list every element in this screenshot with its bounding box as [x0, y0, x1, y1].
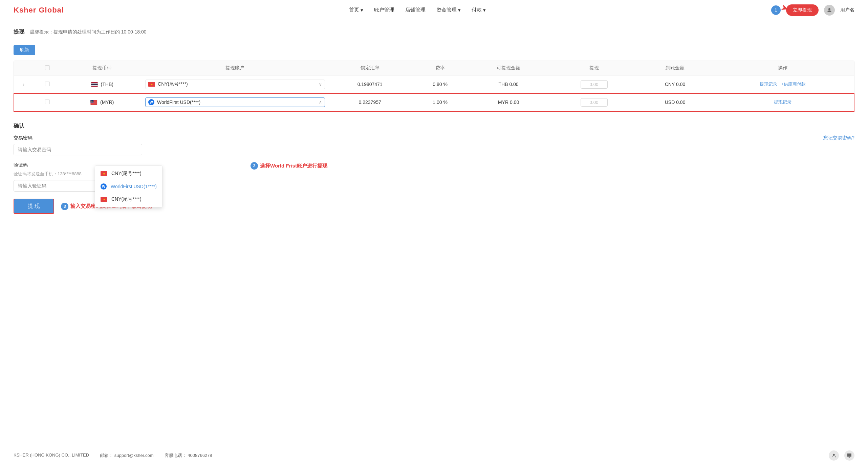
chevron-down-icon: ▾ [458, 7, 461, 13]
dropdown-item-wf[interactable]: W WorldFirst USD(1****) [95, 180, 162, 193]
select-all-checkbox[interactable] [45, 65, 50, 70]
row-withdraw-input[interactable] [549, 93, 639, 111]
table-row: › (THB) [14, 75, 854, 93]
nav-store[interactable]: 店铺管理 [405, 7, 426, 13]
footer-left: KSHER (HONG KONG) CO., LIMITED 邮箱： suppo… [14, 452, 212, 459]
chevron-down-icon: ▾ [483, 7, 486, 13]
transaction-pwd-label: 交易密码 [14, 135, 32, 141]
col-expand [14, 61, 33, 75]
nav-finance[interactable]: 资金管理 ▾ [436, 7, 461, 13]
row-account: ★ CNY(尾号****) ∨ [143, 75, 328, 93]
row-expand[interactable]: › [14, 75, 33, 93]
footer-phone: 客服电话： 4008766278 [165, 452, 212, 459]
col-checkbox [33, 61, 61, 75]
worldfirst-icon: W [148, 99, 154, 105]
col-arrival: 到账金额 [639, 61, 711, 75]
withdraw-amount-input-1[interactable] [581, 80, 608, 89]
page-header: 提现 温馨提示：提现申请的处理时间为工作日的 10:00-18:00 [14, 28, 854, 36]
withdraw-record-link-2[interactable]: 提现记录 [774, 99, 791, 105]
cn-flag-icon: ★ [101, 197, 107, 202]
svg-rect-8 [91, 103, 97, 103]
nav-account[interactable]: 账户管理 [374, 7, 394, 13]
chevron-down-icon: ▾ [361, 7, 363, 13]
row-available: MYR 0.00 [468, 93, 549, 111]
svg-rect-4 [91, 84, 97, 85]
row-arrival: USD 0.00 [639, 93, 711, 111]
transaction-pwd-group: 交易密码 忘记交易密码? [14, 135, 854, 155]
svg-point-14 [833, 454, 834, 456]
row-arrival: CNY 0.00 [639, 75, 711, 93]
callout-badge-2: 2 [251, 162, 258, 170]
withdraw-now-button[interactable]: 立即提现 [786, 4, 819, 16]
col-currency: 提现币种 [62, 61, 143, 75]
dropdown-item-cny1[interactable]: ★ CNY(尾号****) [95, 167, 162, 180]
nav-payment[interactable]: 付款 ▾ [472, 7, 486, 13]
avatar[interactable] [824, 5, 835, 16]
row-fee: 0.80 % [412, 75, 468, 93]
row-withdraw-input[interactable] [549, 75, 639, 93]
account-select-2[interactable]: W WorldFirst USD(****) ∧ [145, 97, 325, 107]
forgot-pwd-link[interactable]: 忘记交易密码? [823, 135, 854, 141]
supplier-payment-link[interactable]: +供应商付款 [781, 82, 806, 87]
chevron-down-icon: ∧ [319, 100, 322, 105]
account-select-1[interactable]: ★ CNY(尾号****) ∨ [145, 80, 325, 89]
account-dropdown: ★ CNY(尾号****) W WorldFirst USD(1****) ★ … [95, 165, 162, 207]
row-checkbox[interactable] [33, 75, 61, 93]
row-fee: 1.00 % [412, 93, 468, 111]
page-title: 提现 [14, 29, 24, 35]
table-row: (MYR) W WorldFirst USD(****) ∧ 0. [14, 93, 854, 111]
company-name: KSHER (HONG KONG) CO., LIMITED [14, 452, 89, 459]
svg-point-12 [91, 101, 92, 102]
svg-rect-9 [91, 104, 97, 104]
cn-flag-icon: ★ [101, 171, 107, 176]
cn-flag-icon: ★ [148, 82, 155, 87]
col-fee: 费率 [412, 61, 468, 75]
verify-code-label: 验证码 [14, 162, 28, 168]
notification-badge[interactable]: 1 [771, 5, 781, 15]
withdraw-amount-input-2[interactable] [581, 98, 608, 107]
row-currency: (THB) [62, 75, 143, 93]
nav-home[interactable]: 首页 ▾ [349, 7, 363, 13]
callout-2: 2 选择World Frist账户进行提现 [251, 162, 327, 170]
callout-badge-3: 3 [61, 203, 68, 210]
withdraw-table: 提现币种 提现账户 锁定汇率 费率 可提现金额 提现 到账金额 操作 › [14, 61, 854, 112]
main-nav: 首页 ▾ 账户管理 店铺管理 资金管理 ▾ 付款 ▾ [349, 7, 486, 13]
row-actions: 提现记录 +供应商付款 [711, 75, 854, 93]
verify-code-input[interactable] [14, 180, 105, 192]
row-available: THB 0.00 [468, 75, 549, 93]
confirm-title: 确认 [14, 123, 854, 130]
svg-point-0 [828, 8, 830, 10]
col-available: 可提现金额 [468, 61, 549, 75]
logo: Ksher Global [14, 6, 64, 15]
pwd-label-row: 交易密码 忘记交易密码? [14, 135, 854, 141]
worldfirst-icon: W [101, 183, 107, 190]
row-rate: 0.2237957 [328, 93, 412, 111]
header-right: 1 ➤ 立即提现 用户名 [771, 4, 854, 16]
table-area: 提现币种 提现账户 锁定汇率 费率 可提现金额 提现 到账金额 操作 › [14, 61, 854, 112]
username[interactable]: 用户名 [840, 7, 854, 13]
header: Ksher Global 首页 ▾ 账户管理 店铺管理 资金管理 ▾ 付款 ▾ … [0, 0, 868, 20]
withdraw-button[interactable]: 提 现 [14, 199, 54, 214]
footer-right [829, 450, 854, 461]
chat-icon[interactable] [844, 450, 854, 461]
row-expand [14, 93, 33, 111]
col-withdraw: 提现 [549, 61, 639, 75]
col-account: 提现账户 [143, 61, 328, 75]
withdraw-record-link-1[interactable]: 提现记录 [760, 82, 777, 87]
row-actions: 提现记录 [711, 93, 854, 111]
refresh-button[interactable]: 刷新 [14, 45, 35, 55]
transaction-pwd-input[interactable] [14, 144, 142, 155]
page-notice: 温馨提示：提现申请的处理时间为工作日的 10:00-18:00 [30, 29, 147, 35]
row-currency: (MYR) [62, 93, 143, 111]
dropdown-item-cny2[interactable]: ★ CNY(尾号****) [95, 193, 162, 206]
main-content: 提现 温馨提示：提现申请的处理时间为工作日的 10:00-18:00 刷新 提现… [0, 20, 868, 445]
row-account: W WorldFirst USD(****) ∧ [143, 93, 328, 111]
col-rate: 锁定汇率 [328, 61, 412, 75]
row-checkbox[interactable] [33, 93, 61, 111]
col-actions: 操作 [711, 61, 854, 75]
footer: KSHER (HONG KONG) CO., LIMITED 邮箱： suppo… [0, 445, 868, 465]
user-icon[interactable] [829, 450, 839, 461]
row-rate: 0.19807471 [328, 75, 412, 93]
chevron-down-icon: ∨ [319, 82, 322, 87]
footer-email: 邮箱： support@ksher.com [100, 452, 153, 459]
